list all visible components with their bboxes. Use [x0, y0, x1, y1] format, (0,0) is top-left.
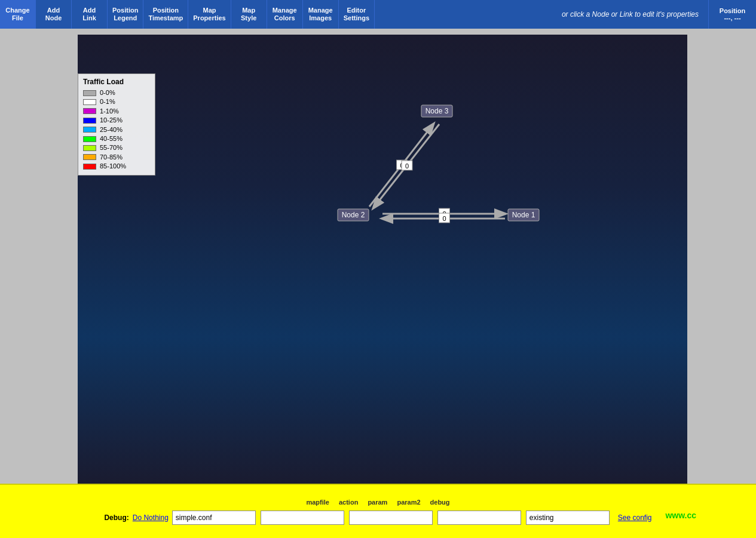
- toolbar-btn-add-link[interactable]: AddLink: [72, 0, 108, 29]
- legend-color-swatch: [83, 154, 96, 160]
- status-text: or click a Node or Link to edit it's pro…: [562, 10, 699, 19]
- toolbar: ChangeFileAddNodeAddLinkPositionLegendPo…: [0, 0, 756, 29]
- legend-item-label: 55-70%: [100, 143, 123, 152]
- legend-color-swatch: [83, 108, 96, 114]
- svg-text:Node 3: Node 3: [426, 107, 449, 115]
- svg-text:0: 0: [442, 215, 446, 222]
- legend-color-swatch: [83, 118, 96, 124]
- toolbar-btn-change-file[interactable]: ChangeFile: [0, 0, 36, 29]
- legend-color-swatch: [83, 136, 96, 142]
- debug-input-param[interactable]: [349, 511, 433, 525]
- debug-input-debug-val[interactable]: [526, 511, 610, 525]
- debug-field-label: param2: [397, 499, 420, 506]
- debug-field-label: debug: [430, 499, 450, 506]
- debug-label-param: param: [368, 499, 387, 507]
- debug-field-label: mapfile: [306, 499, 329, 506]
- legend-title: Traffic Load: [83, 78, 150, 86]
- legend-item: 25-40%: [83, 125, 150, 134]
- legend-item-label: 85-100%: [100, 162, 126, 171]
- legend-item: 1-10%: [83, 107, 150, 116]
- legend-item: 0-1%: [83, 97, 150, 106]
- see-config-link[interactable]: See config: [618, 514, 652, 522]
- debug-input-mapfile[interactable]: [172, 511, 256, 525]
- debug-field-label: action: [339, 499, 358, 506]
- svg-text:0: 0: [405, 162, 409, 170]
- toolbar-status: or click a Node or Link to edit it's pro…: [375, 0, 708, 29]
- position-display: Position ---, ---: [708, 0, 756, 29]
- legend-item: 70-85%: [83, 153, 150, 162]
- debug-field-labels: mapfileactionparamparam2debug: [301, 499, 454, 507]
- toolbar-btn-map-style[interactable]: MapStyle: [231, 0, 267, 29]
- legend-item-label: 70-85%: [100, 153, 123, 162]
- debug-input-row: Debug: Do Nothing See config: [104, 511, 651, 525]
- toolbar-btn-manage-images[interactable]: ManageImages: [303, 0, 339, 29]
- debug-fields-row: [172, 511, 610, 525]
- debug-field-label: param: [368, 499, 387, 506]
- toolbar-btn-manage-colors[interactable]: ManageColors: [267, 0, 303, 29]
- toolbar-btn-editor-settings[interactable]: EditorSettings: [339, 0, 375, 29]
- canvas-area: Traffic Load 0-0%0-1%1-10%10-25%25-40%40…: [0, 29, 756, 484]
- legend-item: 85-100%: [83, 162, 150, 171]
- debug-bar: mapfileactionparamparam2debug Debug: Do …: [0, 484, 756, 538]
- svg-text:Node 1: Node 1: [512, 211, 535, 219]
- legend-color-swatch: [83, 164, 96, 170]
- legend-item-label: 0-0%: [100, 88, 115, 97]
- legend: Traffic Load 0-0%0-1%1-10%10-25%25-40%40…: [78, 73, 155, 176]
- toolbar-btn-map-properties[interactable]: MapProperties: [188, 0, 231, 29]
- legend-items: 0-0%0-1%1-10%10-25%25-40%40-55%55-70%70-…: [83, 88, 150, 171]
- legend-item-label: 25-40%: [100, 125, 123, 134]
- position-value: ---, ---: [724, 14, 740, 21]
- legend-item: 0-0%: [83, 88, 150, 97]
- brand-text: www.cc: [665, 511, 696, 520]
- toolbar-btn-add-node[interactable]: AddNode: [36, 0, 72, 29]
- legend-item-label: 40-55%: [100, 134, 123, 143]
- legend-item: 40-55%: [83, 134, 150, 143]
- legend-item: 10-25%: [83, 116, 150, 125]
- map-canvas[interactable]: 0000Node 1Node 2Node 3: [78, 35, 687, 488]
- legend-item-label: 1-10%: [100, 107, 119, 116]
- network-svg: 0000Node 1Node 2Node 3: [78, 35, 687, 488]
- debug-label-mapfile: mapfile: [306, 499, 329, 507]
- debug-input-action[interactable]: [261, 511, 344, 525]
- debug-label-action: action: [339, 499, 358, 507]
- legend-item: 55-70%: [83, 143, 150, 152]
- debug-header-row: mapfileactionparamparam2debug: [301, 499, 454, 507]
- toolbar-btn-position-legend[interactable]: PositionLegend: [108, 0, 143, 29]
- debug-label: Debug:: [104, 514, 128, 522]
- position-label: Position: [720, 7, 745, 14]
- legend-color-swatch: [83, 127, 96, 133]
- toolbar-btn-position-timestamp[interactable]: PositionTimestamp: [143, 0, 188, 29]
- debug-input-param2[interactable]: [437, 511, 521, 525]
- legend-color-swatch: [83, 90, 96, 96]
- legend-color-swatch: [83, 99, 96, 105]
- legend-item-label: 10-25%: [100, 116, 123, 125]
- legend-item-label: 0-1%: [100, 97, 115, 106]
- svg-text:Node 2: Node 2: [342, 211, 365, 219]
- legend-color-swatch: [83, 145, 96, 151]
- debug-label-param2: param2: [397, 499, 420, 507]
- do-nothing-link[interactable]: Do Nothing: [133, 514, 169, 522]
- debug-label-debug-val: debug: [430, 499, 450, 507]
